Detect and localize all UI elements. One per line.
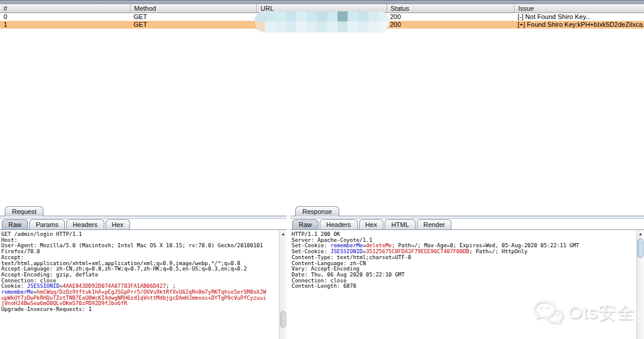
tab-hex[interactable]: Hex (106, 219, 131, 229)
censor-tile (265, 21, 275, 32)
request-scrollbar[interactable]: ▲ (279, 231, 287, 339)
censor-tile (348, 11, 358, 21)
censor-tile (327, 21, 338, 32)
censor-tile (338, 21, 348, 32)
row-status: 200 (386, 21, 514, 29)
censor-tile (255, 21, 265, 32)
tab-render[interactable]: Render (417, 219, 451, 229)
response-scrollbar[interactable]: ▲ (636, 231, 644, 339)
code-line: Firefox/78.0 (1, 249, 279, 255)
row-status: 200 (386, 13, 514, 21)
censor-tile (379, 21, 389, 32)
censor-tile (317, 11, 327, 21)
row-number: 0 (0, 13, 130, 21)
window-top-strip (0, 0, 644, 4)
row-method: GET (130, 21, 256, 29)
response-scrollbar-thumb[interactable] (637, 238, 643, 258)
tab-html[interactable]: HTML (385, 219, 416, 229)
censor-tile (327, 11, 338, 21)
row-number: 1 (0, 21, 130, 29)
wechat-icon (532, 299, 564, 325)
row-issue: [-] Not Found Shiro Key... (514, 13, 644, 21)
censor-tile (265, 11, 275, 21)
request-scrollbar-thumb[interactable] (280, 311, 286, 328)
code-line: User-Agent: Mozilla/5.0 (Macintosh; Inte… (1, 243, 279, 249)
censor-tile (358, 21, 369, 32)
tab-hex[interactable]: Hex (359, 219, 384, 229)
column-header-issue[interactable]: Issue (514, 4, 644, 13)
watermark: Ots安全 (532, 295, 635, 329)
column-header-method[interactable]: Method (130, 4, 256, 13)
code-line: GET /admin/login HTTP/1.1 (1, 232, 279, 238)
request-panel-tab[interactable]: Request (5, 206, 44, 216)
scroll-up-icon[interactable]: ▲ (637, 231, 644, 237)
tab-headers[interactable]: Headers (320, 219, 358, 229)
row-issue: [+] Found Shiro Key:kPH+bIxk5D2deZiIxca.… (514, 21, 644, 29)
code-line: Upgrade-Insecure-Requests: 1 (1, 307, 279, 313)
scroll-up-icon[interactable]: ▲ (280, 231, 287, 237)
code-line: Content-Length: 6878 (292, 284, 636, 290)
column-header-status[interactable]: Status (386, 4, 514, 13)
censor-tile (275, 21, 286, 32)
censor-tile (369, 11, 379, 21)
request-panel: Request RawParamsHeadersHex GET /admin/l… (0, 205, 287, 339)
censor-tile (358, 11, 369, 21)
watermark-text: Ots安全 (568, 300, 635, 325)
censor-tile (306, 11, 317, 21)
tab-raw[interactable]: Raw (292, 219, 318, 229)
tab-params[interactable]: Params (29, 219, 65, 229)
url-censor-blur (255, 11, 389, 32)
tab-raw[interactable]: Raw (2, 219, 28, 229)
censor-tile (338, 11, 348, 21)
censor-tile (296, 11, 306, 21)
censor-tile (286, 21, 296, 32)
request-subtabs: RawParamsHeadersHex (2, 219, 130, 230)
request-raw-text[interactable]: GET /admin/login HTTP/1.1Host:User-Agent… (0, 231, 279, 339)
censor-tile (348, 21, 358, 32)
row-method: GET (130, 13, 256, 21)
censor-tile (296, 21, 306, 32)
column-header-number[interactable]: # (0, 4, 130, 13)
censor-tile (275, 11, 286, 21)
censor-tile (286, 11, 296, 21)
censor-tile (369, 21, 379, 32)
response-panel-divider (290, 216, 644, 219)
response-subtabs: RawHeadersHexHTMLRender (292, 219, 451, 230)
censor-tile (306, 21, 317, 32)
censor-tile (317, 21, 327, 32)
response-panel-tab[interactable]: Response (295, 206, 339, 216)
tab-headers[interactable]: Headers (66, 219, 104, 229)
